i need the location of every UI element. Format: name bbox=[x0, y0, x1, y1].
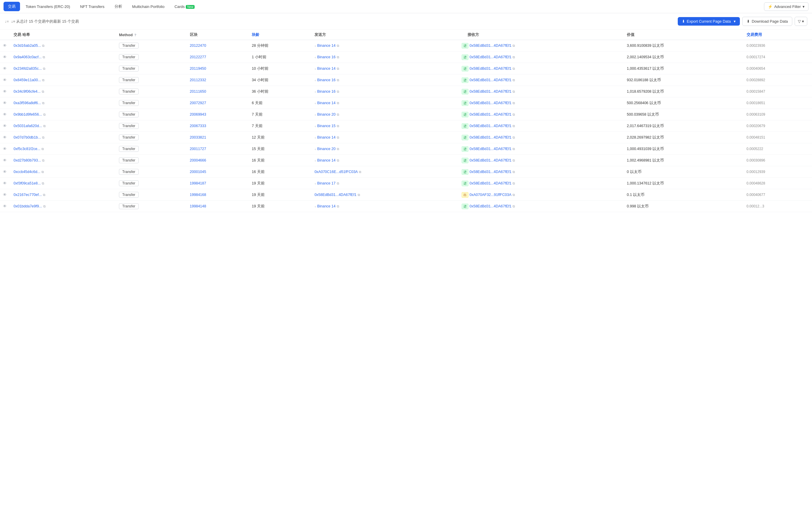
to-link[interactable]: 0x58EdBd31...4DA67fEf1 bbox=[470, 101, 512, 105]
from-link[interactable]: 0x58EdBd31...4DA67fEf1 bbox=[314, 193, 356, 197]
copy-icon[interactable]: ⧉ bbox=[42, 44, 45, 48]
copy-icon[interactable]: ⧉ bbox=[513, 44, 515, 48]
method-help-icon[interactable]: ? bbox=[134, 33, 136, 37]
copy-icon[interactable]: ⧉ bbox=[42, 135, 45, 139]
to-link[interactable]: 0x58EdBd31...4DA67fEf1 bbox=[470, 147, 512, 151]
copy-icon[interactable]: ⧉ bbox=[513, 159, 515, 162]
tx-hash-link[interactable]: 0x9a4063c0acf... bbox=[13, 55, 41, 59]
block-link[interactable]: 20119450 bbox=[190, 66, 206, 71]
block-link[interactable]: 20122470 bbox=[190, 43, 206, 48]
to-link[interactable]: 0x58EdBd31...4DA67fEf1 bbox=[470, 112, 512, 117]
advanced-filter-button[interactable]: ⚡ Advanced Filter ▾ bbox=[764, 2, 809, 11]
block-link[interactable]: 20122277 bbox=[190, 55, 206, 59]
tx-hash-link[interactable]: 0x34c9f06cfe4... bbox=[13, 89, 40, 94]
tx-hash-link[interactable]: 0x9bb1d9fe656... bbox=[13, 112, 42, 117]
eye-icon[interactable]: 👁 bbox=[3, 135, 7, 140]
eye-icon[interactable]: 👁 bbox=[3, 43, 7, 48]
copy-icon[interactable]: ⧉ bbox=[42, 78, 45, 82]
copy-icon[interactable]: ⧉ bbox=[42, 101, 45, 105]
block-link[interactable]: 20033821 bbox=[190, 135, 206, 140]
copy-icon[interactable]: ⧉ bbox=[337, 205, 339, 208]
copy-icon[interactable]: ⧉ bbox=[42, 182, 44, 185]
copy-icon[interactable]: ⧉ bbox=[43, 205, 46, 208]
to-link[interactable]: 0x58EdBd31...4DA67fEf1 bbox=[470, 89, 512, 94]
copy-icon[interactable]: ⧉ bbox=[43, 67, 45, 70]
from-link[interactable]: Binance 16 bbox=[317, 78, 336, 82]
to-link[interactable]: 0x58EdBd31...4DA67fEf1 bbox=[470, 43, 512, 48]
eye-icon[interactable]: 👁 bbox=[3, 112, 7, 117]
copy-icon[interactable]: ⧉ bbox=[337, 67, 339, 70]
tx-hash-link[interactable]: 0xf3f09ca51e8... bbox=[13, 181, 40, 185]
to-link[interactable]: 0x58EdBd31...4DA67fEf1 bbox=[470, 66, 512, 71]
copy-icon[interactable]: ⧉ bbox=[513, 101, 515, 105]
tx-hash-link[interactable]: 0xd27b80b793... bbox=[13, 158, 41, 162]
copy-icon[interactable]: ⧉ bbox=[43, 193, 45, 196]
from-link[interactable]: Binance 14 bbox=[317, 43, 336, 48]
from-link[interactable]: Binance 20 bbox=[317, 147, 336, 151]
to-link[interactable]: 0x58EdBd31...4DA67fEf1 bbox=[470, 158, 512, 162]
copy-icon[interactable]: ⧉ bbox=[337, 135, 339, 139]
from-link[interactable]: Binance 14 bbox=[317, 135, 336, 140]
eye-icon[interactable]: 👁 bbox=[3, 158, 7, 162]
copy-icon[interactable]: ⧉ bbox=[43, 124, 46, 128]
block-link[interactable]: 19984148 bbox=[190, 204, 206, 208]
to-link[interactable]: 0x58EdBd31...4DA67fEf1 bbox=[470, 170, 512, 174]
tx-hash-link[interactable]: 0x3d16ab2a05... bbox=[13, 43, 41, 48]
from-link[interactable]: Binance 16 bbox=[317, 89, 336, 94]
copy-icon[interactable]: ⧉ bbox=[513, 135, 515, 139]
copy-icon[interactable]: ⧉ bbox=[42, 159, 45, 162]
tx-hash-link[interactable]: 0x01bdda7e9f9... bbox=[13, 204, 42, 208]
to-link[interactable]: 0x58EdBd31...4DA67fEf1 bbox=[470, 181, 512, 185]
copy-icon[interactable]: ⧉ bbox=[337, 147, 339, 151]
filter-button[interactable]: ▽ ▾ bbox=[794, 17, 807, 26]
nav-tab-multichain[interactable]: Multichain Portfolio bbox=[128, 2, 169, 11]
block-link[interactable]: 20112332 bbox=[190, 78, 206, 82]
from-link[interactable]: 0xA070C16E...d51fFC03A bbox=[314, 170, 358, 174]
eye-icon[interactable]: 👁 bbox=[3, 89, 7, 94]
copy-icon[interactable]: ⧉ bbox=[337, 44, 339, 48]
eye-icon[interactable]: 👁 bbox=[3, 55, 7, 59]
block-link[interactable]: 20011727 bbox=[190, 147, 206, 151]
from-link[interactable]: Binance 14 bbox=[317, 101, 336, 105]
tx-hash-link[interactable]: 0x5031afa620d... bbox=[13, 124, 42, 128]
copy-icon[interactable]: ⧉ bbox=[513, 182, 515, 185]
tx-hash-link[interactable]: 0xccb45d4c6d... bbox=[13, 170, 40, 174]
copy-icon[interactable]: ⧉ bbox=[41, 147, 44, 151]
nav-tab-cards[interactable]: CardsNew bbox=[170, 2, 199, 11]
copy-icon[interactable]: ⧉ bbox=[337, 124, 339, 128]
tx-hash-link[interactable]: 0x2167ec770ef... bbox=[13, 193, 42, 197]
copy-icon[interactable]: ⧉ bbox=[513, 113, 515, 116]
eye-icon[interactable]: 👁 bbox=[3, 193, 7, 197]
to-link[interactable]: 0x58EdBd31...4DA67fEf1 bbox=[470, 204, 512, 208]
eye-icon[interactable]: 👁 bbox=[3, 147, 7, 151]
tx-hash-link[interactable]: 0xf5c3c81f2ce... bbox=[13, 147, 40, 151]
eye-icon[interactable]: 👁 bbox=[3, 78, 7, 82]
copy-icon[interactable]: ⧉ bbox=[513, 170, 515, 174]
copy-icon[interactable]: ⧉ bbox=[513, 193, 515, 196]
tx-hash-link[interactable]: 0x8459e11a00... bbox=[13, 78, 41, 82]
to-link[interactable]: 0x58EdBd31...4DA67fEf1 bbox=[470, 135, 512, 140]
block-link[interactable]: 19984187 bbox=[190, 181, 206, 185]
eye-icon[interactable]: 👁 bbox=[3, 204, 7, 208]
eye-icon[interactable]: 👁 bbox=[3, 181, 7, 185]
copy-icon[interactable]: ⧉ bbox=[43, 113, 46, 116]
download-button[interactable]: ⬇ Download Page Data bbox=[742, 17, 792, 26]
copy-icon[interactable]: ⧉ bbox=[337, 101, 339, 105]
block-link[interactable]: 20072927 bbox=[190, 101, 206, 105]
from-link[interactable]: Binance 20 bbox=[317, 112, 336, 117]
copy-icon[interactable]: ⧉ bbox=[358, 193, 360, 196]
nav-tab-analysis[interactable]: 分析 bbox=[110, 2, 126, 11]
tx-hash-link[interactable]: 0x234fd2a835c... bbox=[13, 66, 42, 71]
tx-hash-link[interactable]: 0x07d7b0db1b... bbox=[13, 135, 41, 140]
block-link[interactable]: 20069943 bbox=[190, 112, 206, 117]
copy-icon[interactable]: ⧉ bbox=[337, 55, 339, 59]
copy-icon[interactable]: ⧉ bbox=[513, 147, 515, 151]
to-link[interactable]: 0x58EdBd31...4DA67fEf1 bbox=[470, 78, 512, 82]
copy-icon[interactable]: ⧉ bbox=[513, 67, 515, 70]
eye-icon[interactable]: 👁 bbox=[3, 66, 7, 71]
to-link[interactable]: 0x58EdBd31...4DA67fEf1 bbox=[470, 124, 512, 128]
block-link[interactable]: 20067333 bbox=[190, 124, 206, 128]
from-link[interactable]: Binance 14 bbox=[317, 158, 336, 162]
copy-icon[interactable]: ⧉ bbox=[337, 182, 339, 185]
copy-icon[interactable]: ⧉ bbox=[337, 113, 339, 116]
